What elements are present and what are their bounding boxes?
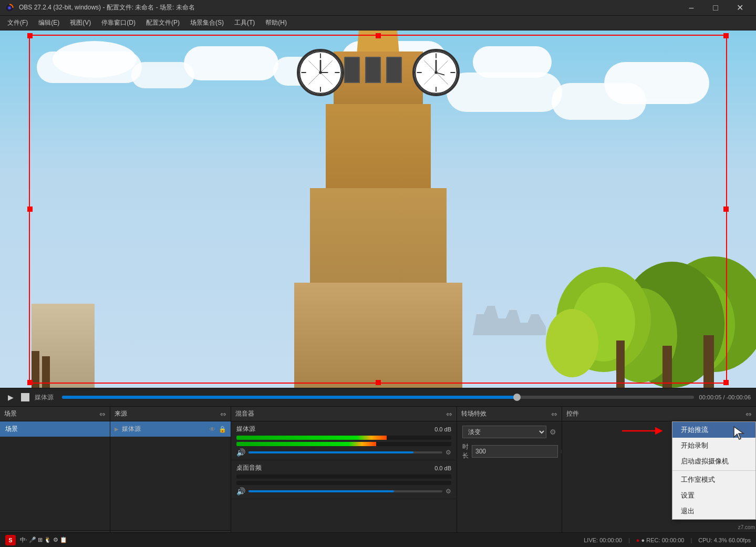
svg-marker-30 xyxy=(734,427,743,439)
media-source-label: 媒体源 xyxy=(35,393,54,402)
scene-panel-title: 场景 xyxy=(4,409,17,418)
duration-label: 时长 xyxy=(462,442,469,460)
source-panel: 来源 ⇔ ▶ 媒体源 👁 🔒 + – ⚙ ∧ ∨ xyxy=(110,407,231,546)
mixer-track-2-meter-bottom xyxy=(236,481,451,485)
time-display: 00:00:05 / -00:00:06 xyxy=(699,394,751,400)
maximize-button[interactable]: □ xyxy=(703,0,728,16)
transition-duration-row: 时长 ms ▲ ▼ xyxy=(462,442,556,460)
mixer-track-1-slider[interactable] xyxy=(248,451,442,453)
obs-logo-icon xyxy=(4,3,15,13)
mixer-panel-icon[interactable]: ⇔ xyxy=(446,410,452,418)
progress-thumb[interactable] xyxy=(513,394,521,401)
mixer-track-2-settings[interactable]: ⚙ xyxy=(446,488,451,495)
menu-file[interactable]: 文件(F) xyxy=(2,16,33,29)
mixer-track-2-db: 0.0 dB xyxy=(434,465,451,471)
cloud-4 xyxy=(184,46,278,80)
playback-bar: ▶ 媒体源 00:00:05 / -00:00:06 xyxy=(0,388,756,407)
meter-fill-bottom xyxy=(236,442,376,446)
mixer-track-2-meter-top xyxy=(236,474,451,479)
mixer-track-1-meter-bottom xyxy=(236,442,451,446)
mixer-track-1-name: 媒体源 xyxy=(236,425,255,434)
scene-panel-header: 场景 ⇔ xyxy=(0,407,110,421)
scene-panel: 场景 ⇔ 场景 + – ∧ ∨ xyxy=(0,407,110,546)
transition-type-select[interactable]: 淡变 切换 滑动 xyxy=(462,426,546,438)
mixer-track-2-volume: 🔊 ⚙ xyxy=(236,487,451,496)
source-item[interactable]: ▶ 媒体源 👁 🔒 xyxy=(110,421,231,437)
menu-view[interactable]: 视图(V) xyxy=(65,16,96,29)
minimize-button[interactable]: – xyxy=(679,0,703,16)
stop-button[interactable] xyxy=(21,393,29,401)
meter-fill-top xyxy=(236,436,387,440)
dropdown-studio-mode[interactable]: 工作室模式 xyxy=(672,472,755,488)
controls-panel: 控件 ⇔ 开始推流 开始录制 启动虚拟摄像机 工作室模式 设置 退出 xyxy=(562,407,756,546)
source-label: 媒体源 xyxy=(122,425,206,434)
menu-help[interactable]: 帮助(H) xyxy=(260,16,292,29)
panels-container: 场景 ⇔ 场景 + – ∧ ∨ 来源 ⇔ ▶ 媒体源 👁 🔒 + xyxy=(0,407,756,546)
scene-list: 场景 xyxy=(0,421,110,530)
transition-panel-header: 转场特效 ⇔ xyxy=(457,407,562,421)
scene-content: ★ xyxy=(0,30,756,388)
dropdown-settings[interactable]: 设置 xyxy=(672,488,755,503)
title-bar-left: OBS 27.2.4 (32-bit, windows) - 配置文件: 未命名… xyxy=(4,3,195,13)
source-panel-icon[interactable]: ⇔ xyxy=(220,410,226,418)
source-list: ▶ 媒体源 👁 🔒 xyxy=(110,421,231,530)
controls-panel-header: 控件 ⇔ xyxy=(562,407,756,421)
source-eye-icon[interactable]: 👁 xyxy=(209,426,215,433)
transition-type-row: 淡变 切换 滑动 ⚙ xyxy=(462,426,556,438)
progress-bar-fill xyxy=(62,396,517,399)
tower-mid xyxy=(310,188,447,283)
mixer-panel-title: 混音器 xyxy=(235,409,254,418)
progress-bar[interactable] xyxy=(62,396,694,399)
mixer-track-2-name: 桌面音频 xyxy=(236,463,262,472)
status-rec-label: ● ● REC: 00:00:00 xyxy=(636,537,685,543)
scene-panel-icon[interactable]: ⇔ xyxy=(99,410,106,418)
red-arrow-icon xyxy=(622,426,664,436)
source-panel-header: 来源 ⇔ xyxy=(110,407,231,421)
status-left: S 中· 🎤 ⊞ 🐧 ⚙ 📋 xyxy=(5,535,67,545)
duration-input[interactable] xyxy=(472,445,558,458)
dropdown-exit[interactable]: 退出 xyxy=(672,503,755,519)
tower-upper xyxy=(326,104,431,188)
transition-settings-icon[interactable]: ⚙ xyxy=(550,428,556,436)
trees-left xyxy=(32,346,63,388)
source-play-icon: ▶ xyxy=(115,426,119,432)
mixer-track-1-settings[interactable]: ⚙ xyxy=(446,449,451,456)
menu-dock[interactable]: 停靠窗口(D) xyxy=(96,16,141,29)
transition-panel-icon[interactable]: ⇔ xyxy=(551,410,557,418)
menu-scene-collection[interactable]: 场景集合(S) xyxy=(185,16,229,29)
menu-bar: 文件(F) 编辑(E) 视图(V) 停靠窗口(D) 配置文件(P) 场景集合(S… xyxy=(0,16,756,30)
tower-base xyxy=(294,283,462,388)
status-s-icon: S xyxy=(5,535,16,545)
transition-controls: 淡变 切换 滑动 ⚙ 时长 ms ▲ ▼ xyxy=(457,421,562,469)
menu-edit[interactable]: 编辑(E) xyxy=(33,16,65,29)
controls-panel-icon[interactable]: ⇔ xyxy=(745,410,752,418)
tower-top xyxy=(352,30,405,51)
status-cpu-label: CPU: 4.3% 60.00fps xyxy=(698,537,751,543)
source-lock-icon[interactable]: 🔒 xyxy=(219,426,226,433)
mixer-track-1-meter-top xyxy=(236,436,451,440)
status-right: LIVE: 00:00:00 | ● ● REC: 00:00:00 | CPU… xyxy=(584,537,751,543)
status-separator-1: | xyxy=(628,537,630,543)
mixer-track-1-mute[interactable]: 🔊 xyxy=(236,448,245,457)
trees-right xyxy=(535,136,756,388)
mixer-panel-header: 混音器 ⇔ xyxy=(231,407,457,421)
mixer-tracks: 媒体源 0.0 dB 🔊 ⚙ xyxy=(231,421,457,546)
menu-tools[interactable]: 工具(T) xyxy=(229,16,260,29)
mixer-panel: 混音器 ⇔ 媒体源 0.0 dB 🔊 xyxy=(231,407,457,546)
controls-panel-title: 控件 xyxy=(566,409,579,418)
source-panel-title: 来源 xyxy=(115,409,127,418)
mixer-track-2-mute[interactable]: 🔊 xyxy=(236,487,245,496)
mixer-track-1-volume: 🔊 ⚙ xyxy=(236,448,451,457)
scene-item[interactable]: 场景 xyxy=(0,421,110,437)
play-button[interactable]: ▶ xyxy=(5,392,16,402)
preview-container: ★ xyxy=(0,30,756,388)
mixer-track-2-slider[interactable] xyxy=(248,490,442,492)
cloud-2 xyxy=(53,41,137,78)
close-button[interactable]: ✕ xyxy=(728,0,752,16)
mixer-track-2-header: 桌面音频 0.0 dB xyxy=(236,463,451,472)
menu-profile[interactable]: 配置文件(P) xyxy=(141,16,185,29)
dropdown-virtual-camera[interactable]: 启动虚拟摄像机 xyxy=(672,453,755,469)
transition-panel: 转场特效 ⇔ 淡变 切换 滑动 ⚙ 时长 ms ▲ ▼ xyxy=(457,407,562,546)
mixer-track-1-header: 媒体源 0.0 dB xyxy=(236,425,451,434)
clock-face-left xyxy=(297,49,344,96)
